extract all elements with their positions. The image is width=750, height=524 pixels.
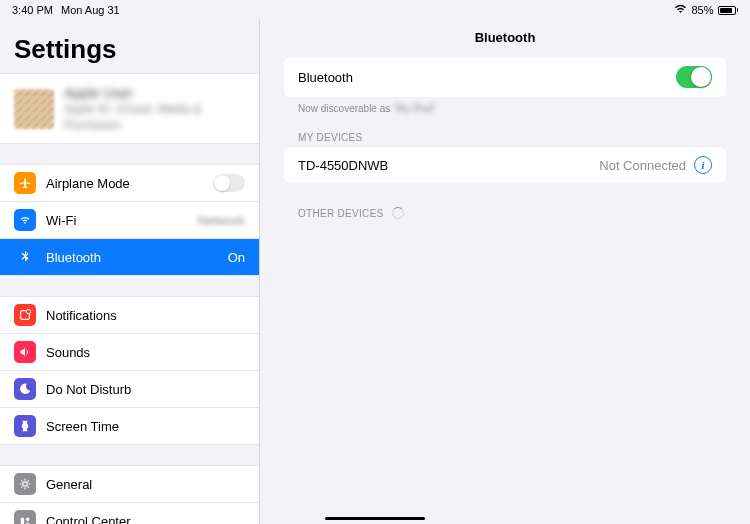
sidebar-item-notifications[interactable]: Notifications [0,297,259,334]
wifi-icon [674,4,687,16]
sidebar-item-wifi[interactable]: Wi-Fi Network [0,202,259,239]
sidebar-item-screentime[interactable]: Screen Time [0,408,259,444]
status-bar: 3:40 PM Mon Aug 31 85% [0,0,750,20]
svg-point-2 [23,482,27,486]
sidebar-item-label: Control Center [46,514,245,524]
svg-point-4 [26,518,30,522]
sidebar-item-label: Sounds [46,345,245,360]
my-devices-list: TD-4550DNWB Not Connected i [284,147,726,183]
bluetooth-icon [14,246,36,268]
sidebar-item-label: Bluetooth [46,250,218,265]
sidebar-group-connectivity: Airplane Mode Wi-Fi Network Bluetooth On [0,164,259,276]
sidebar-item-bluetooth[interactable]: Bluetooth On [0,239,259,275]
notifications-icon [14,304,36,326]
device-name: TD-4550DNWB [298,158,599,173]
my-devices-header: My Devices [284,114,726,147]
controlcenter-icon [14,510,36,524]
device-status: Not Connected [599,158,686,173]
home-indicator[interactable] [325,517,425,520]
status-time: 3:40 PM [12,4,53,16]
sidebar-group-notifications: Notifications Sounds Do Not Disturb Scre… [0,296,259,445]
dnd-icon [14,378,36,400]
sidebar-item-user[interactable]: Apple User Apple ID, iCloud, Media & Pur… [0,73,259,144]
bluetooth-toggle-card: Bluetooth [284,57,726,97]
sidebar-item-general[interactable]: General [0,466,259,503]
other-devices-header: Other Devices [284,183,726,223]
sidebar-item-label: Airplane Mode [46,176,203,191]
general-icon [14,473,36,495]
settings-title: Settings [0,20,259,73]
status-date: Mon Aug 31 [61,4,120,16]
sidebar-item-airplane[interactable]: Airplane Mode [0,165,259,202]
battery-icon [718,6,739,15]
airplane-icon [14,172,36,194]
wifi-network-name: Network [197,213,245,228]
bluetooth-toggle-label: Bluetooth [298,70,676,85]
sidebar-item-label: Screen Time [46,419,245,434]
sidebar-item-label: General [46,477,245,492]
screentime-icon [14,415,36,437]
wifi-icon [14,209,36,231]
battery-percent: 85% [691,4,713,16]
sidebar-item-sounds[interactable]: Sounds [0,334,259,371]
svg-rect-3 [21,518,25,524]
page-title: Bluetooth [260,20,750,57]
bluetooth-status: On [228,250,245,265]
info-icon[interactable]: i [694,156,712,174]
sidebar-item-label: Notifications [46,308,245,323]
avatar [14,89,54,129]
bluetooth-switch[interactable] [676,66,712,88]
sounds-icon [14,341,36,363]
sidebar-item-dnd[interactable]: Do Not Disturb [0,371,259,408]
sidebar: Settings Apple User Apple ID, iCloud, Me… [0,20,260,524]
device-row[interactable]: TD-4550DNWB Not Connected i [284,147,726,183]
sidebar-item-label: Do Not Disturb [46,382,245,397]
airplane-switch[interactable] [213,174,245,192]
svg-point-1 [26,310,30,314]
sidebar-item-controlcenter[interactable]: Control Center [0,503,259,524]
sidebar-group-general: General Control Center AA Display & Brig… [0,465,259,524]
user-text: Apple User Apple ID, iCloud, Media & Pur… [64,84,245,133]
spinner-icon [392,207,404,219]
discoverable-text: Now discoverable as "My iPad" [284,97,726,114]
detail-pane: Bluetooth Bluetooth Now discoverable as … [260,20,750,524]
sidebar-item-label: Wi-Fi [46,213,187,228]
